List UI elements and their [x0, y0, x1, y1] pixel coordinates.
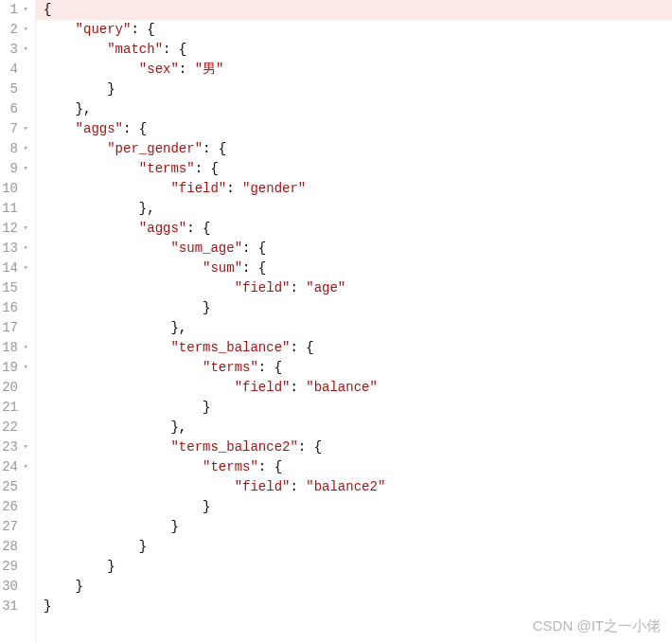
gutter-line: 26: [0, 497, 31, 517]
json-key: "sex": [139, 62, 179, 77]
code-line[interactable]: "match": {: [44, 40, 672, 60]
json-key: "terms": [203, 360, 258, 375]
punctuation: }: [107, 559, 115, 574]
punctuation: }: [203, 499, 210, 514]
punctuation: }: [170, 519, 178, 534]
fold-toggle-icon[interactable]: ▾: [21, 119, 28, 139]
gutter-line: 20: [0, 378, 31, 398]
code-line[interactable]: {: [36, 0, 672, 20]
code-line[interactable]: }: [44, 497, 672, 517]
gutter-line: 2▾: [0, 20, 31, 40]
punctuation: },: [76, 101, 92, 116]
code-line[interactable]: "query": {: [44, 20, 672, 40]
code-line[interactable]: "field": "balance2": [44, 477, 672, 497]
line-number: 7: [10, 119, 18, 139]
gutter-line: 15: [0, 278, 31, 298]
punctuation: : {: [298, 439, 322, 455]
code-line[interactable]: }: [44, 398, 672, 418]
fold-toggle-icon[interactable]: ▾: [21, 239, 28, 259]
code-editor[interactable]: 1▾2▾3▾4567▾8▾9▾101112▾13▾14▾15161718▾19▾…: [0, 0, 672, 643]
gutter-line: 21: [0, 398, 31, 418]
punctuation: : {: [186, 221, 210, 236]
gutter-line: 29: [0, 557, 31, 577]
gutter-line: 9▾: [0, 159, 31, 179]
gutter-line: 19▾: [0, 358, 31, 378]
gutter-line: 14▾: [0, 259, 31, 278]
json-string: "balance": [306, 380, 378, 395]
fold-toggle-icon[interactable]: ▾: [21, 40, 28, 60]
code-area[interactable]: { "query": { "match": { "sex": "男" } }, …: [36, 0, 672, 643]
gutter-line: 3▾: [0, 40, 31, 60]
code-line[interactable]: "terms_balance": {: [44, 338, 672, 358]
line-number: 12: [2, 219, 18, 239]
code-line[interactable]: }: [44, 577, 672, 597]
code-line[interactable]: "aggs": {: [44, 219, 672, 239]
code-line[interactable]: "sum_age": {: [44, 239, 672, 259]
fold-toggle-icon[interactable]: ▾: [21, 358, 28, 378]
gutter-line: 17: [0, 318, 31, 338]
fold-toggle-icon[interactable]: ▾: [21, 219, 28, 239]
fold-toggle-icon[interactable]: ▾: [21, 438, 28, 457]
code-line[interactable]: "aggs": {: [44, 119, 672, 139]
line-number: 20: [2, 378, 18, 398]
line-number: 27: [2, 517, 18, 537]
punctuation: :: [226, 181, 242, 196]
code-line[interactable]: "sum": {: [44, 259, 672, 278]
punctuation: : {: [195, 161, 219, 176]
fold-toggle-icon[interactable]: ▾: [21, 139, 28, 159]
line-number: 15: [2, 278, 18, 298]
code-line[interactable]: }: [44, 517, 672, 537]
line-number: 1: [10, 0, 18, 20]
json-key: "field": [170, 181, 226, 196]
code-line[interactable]: }: [44, 537, 672, 557]
gutter-line: 4: [0, 60, 31, 80]
line-number: 10: [2, 179, 18, 199]
code-line[interactable]: }: [44, 557, 672, 577]
punctuation: :: [290, 380, 306, 395]
fold-toggle-icon[interactable]: ▾: [21, 259, 28, 278]
json-string: "gender": [242, 181, 306, 196]
code-line[interactable]: "terms": {: [44, 457, 672, 477]
line-number: 29: [2, 557, 18, 577]
line-number: 19: [2, 358, 18, 378]
json-key: "per_gender": [107, 141, 203, 156]
punctuation: },: [139, 201, 155, 216]
code-line[interactable]: "field": "age": [44, 278, 672, 298]
line-number: 11: [2, 199, 18, 219]
json-string: "balance2": [306, 479, 385, 494]
fold-toggle-icon[interactable]: ▾: [21, 0, 28, 20]
punctuation: :: [179, 62, 195, 77]
code-line[interactable]: },: [44, 318, 672, 338]
gutter-line: 8▾: [0, 139, 31, 159]
code-line[interactable]: "sex": "男": [44, 60, 672, 80]
punctuation: :: [290, 479, 306, 494]
code-line[interactable]: },: [44, 99, 672, 119]
code-line[interactable]: "field": "gender": [44, 179, 672, 199]
code-line[interactable]: }: [44, 298, 672, 318]
code-line[interactable]: "per_gender": {: [44, 139, 672, 159]
json-string: "age": [306, 280, 345, 295]
code-line[interactable]: "field": "balance": [44, 378, 672, 398]
fold-toggle-icon[interactable]: ▾: [21, 457, 28, 477]
code-line[interactable]: },: [44, 418, 672, 438]
json-key: "terms_balance": [170, 340, 290, 355]
code-line[interactable]: }: [44, 80, 672, 99]
line-number: 13: [2, 239, 18, 259]
code-line[interactable]: }: [44, 597, 672, 616]
json-string: "男": [195, 62, 224, 77]
code-line[interactable]: "terms": {: [44, 358, 672, 378]
gutter-line: 12▾: [0, 219, 31, 239]
gutter-line: 7▾: [0, 119, 31, 139]
fold-toggle-icon[interactable]: ▾: [21, 159, 28, 179]
json-key: "terms": [139, 161, 195, 176]
json-key: "field": [235, 280, 291, 295]
json-key: "field": [235, 380, 291, 395]
code-line[interactable]: },: [44, 199, 672, 219]
line-number: 23: [2, 438, 18, 457]
code-line[interactable]: "terms_balance2": {: [44, 438, 672, 457]
line-gutter: 1▾2▾3▾4567▾8▾9▾101112▾13▾14▾15161718▾19▾…: [0, 0, 36, 643]
code-line[interactable]: "terms": {: [44, 159, 672, 179]
fold-toggle-icon[interactable]: ▾: [21, 338, 28, 358]
fold-toggle-icon[interactable]: ▾: [21, 20, 28, 40]
punctuation: : {: [258, 360, 282, 375]
